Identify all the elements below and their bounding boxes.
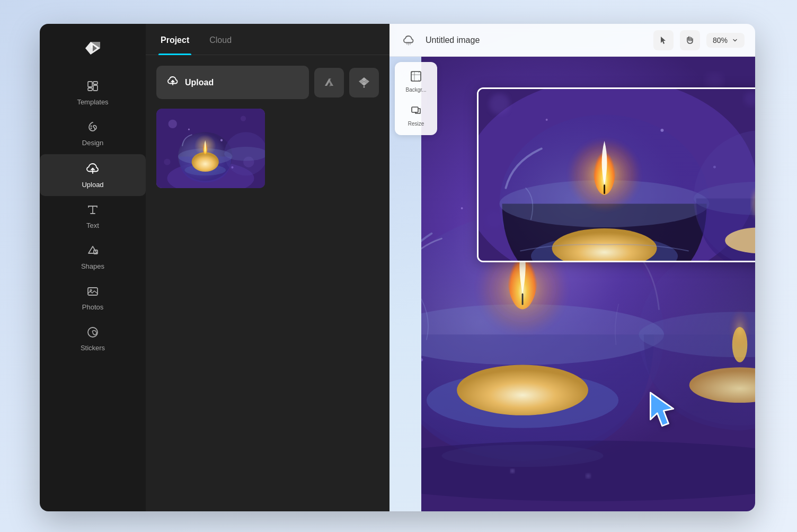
- svg-point-52: [421, 441, 755, 501]
- resize-tool[interactable]: Resize: [399, 100, 433, 131]
- canvas-topbar: Untitled image 80%: [389, 24, 755, 57]
- svg-point-16: [164, 158, 170, 165]
- background-label: Backgr...: [406, 87, 427, 93]
- cursor-arrow: [647, 390, 678, 429]
- shapes-label: Shapes: [81, 262, 104, 270]
- design-icon: [86, 121, 99, 136]
- svg-point-58: [510, 469, 515, 473]
- templates-label: Templates: [77, 98, 108, 106]
- canvas-area: Untitled image 80%: [389, 24, 755, 511]
- shapes-icon: [86, 244, 99, 259]
- photos-label: Photos: [82, 303, 103, 311]
- svg-point-74: [546, 119, 548, 121]
- svg-rect-28: [411, 72, 421, 81]
- panel-content: Upload: [146, 55, 389, 511]
- svg-rect-0: [88, 82, 92, 87]
- upload-panel: Project Cloud Upload: [146, 24, 389, 511]
- svg-rect-29: [412, 107, 418, 112]
- media-grid: [156, 109, 379, 190]
- svg-point-27: [231, 166, 233, 169]
- cloud-icon: [400, 32, 417, 49]
- google-drive-button[interactable]: [314, 68, 344, 97]
- stickers-icon: [86, 326, 99, 341]
- svg-rect-2: [93, 85, 98, 91]
- photos-icon: [86, 285, 99, 300]
- svg-point-13: [169, 120, 177, 128]
- svg-point-26: [188, 129, 190, 130]
- canvas-left-panel: Backgr... Resize: [395, 62, 437, 135]
- svg-point-59: [586, 474, 591, 479]
- zoom-control[interactable]: 80%: [706, 33, 745, 48]
- svg-point-14: [241, 116, 246, 121]
- stickers-label: Stickers: [81, 344, 105, 352]
- media-thumbnail-candle[interactable]: [156, 109, 265, 190]
- dropbox-button[interactable]: [349, 68, 379, 97]
- background-icon: [410, 70, 422, 85]
- sidebar-item-shapes[interactable]: Shapes: [40, 237, 146, 278]
- app-window: Templates Design: [40, 24, 755, 511]
- svg-point-62: [489, 94, 510, 115]
- hand-tool-button[interactable]: [680, 30, 700, 50]
- tab-cloud[interactable]: Cloud: [207, 24, 234, 55]
- text-label: Text: [86, 221, 99, 229]
- sidebar-item-stickers[interactable]: Stickers: [40, 318, 146, 359]
- svg-point-43: [457, 365, 588, 415]
- panel-tabs: Project Cloud: [146, 24, 389, 55]
- selected-image-frame[interactable]: [477, 87, 755, 262]
- sidebar-item-design[interactable]: Design: [40, 113, 146, 154]
- sidebar-item-upload[interactable]: Upload: [40, 154, 146, 196]
- svg-point-4: [91, 126, 92, 127]
- svg-point-5: [91, 128, 92, 129]
- sidebar-item-photos[interactable]: Photos: [40, 278, 146, 318]
- upload-icon: [86, 162, 100, 178]
- svg-point-10: [364, 86, 365, 87]
- upload-actions: Upload: [156, 66, 379, 99]
- resize-icon: [410, 104, 422, 119]
- svg-rect-3: [88, 88, 92, 91]
- sidebar-item-text[interactable]: Text: [40, 196, 146, 237]
- svg-rect-7: [88, 288, 98, 295]
- app-logo: [79, 34, 107, 62]
- svg-point-8: [90, 290, 92, 291]
- svg-point-51: [730, 309, 750, 350]
- tab-project[interactable]: Project: [158, 24, 191, 55]
- select-tool-button[interactable]: [653, 30, 674, 50]
- upload-button[interactable]: Upload: [156, 66, 309, 99]
- sidebar: Templates Design: [40, 24, 146, 511]
- sidebar-item-templates[interactable]: Templates: [40, 73, 146, 113]
- svg-rect-1: [93, 82, 98, 84]
- templates-icon: [86, 80, 99, 95]
- canvas-title: Untitled image: [426, 36, 645, 45]
- canvas-toolbar-right: 80%: [653, 30, 745, 50]
- svg-point-73: [660, 129, 663, 132]
- design-label: Design: [82, 139, 103, 147]
- svg-point-25: [220, 139, 223, 141]
- upload-cloud-icon: [167, 75, 179, 90]
- resize-label: Resize: [408, 121, 424, 127]
- background-tool[interactable]: Backgr...: [399, 66, 433, 97]
- upload-label: Upload: [82, 181, 103, 189]
- svg-point-54: [461, 207, 463, 209]
- text-icon: [86, 203, 99, 218]
